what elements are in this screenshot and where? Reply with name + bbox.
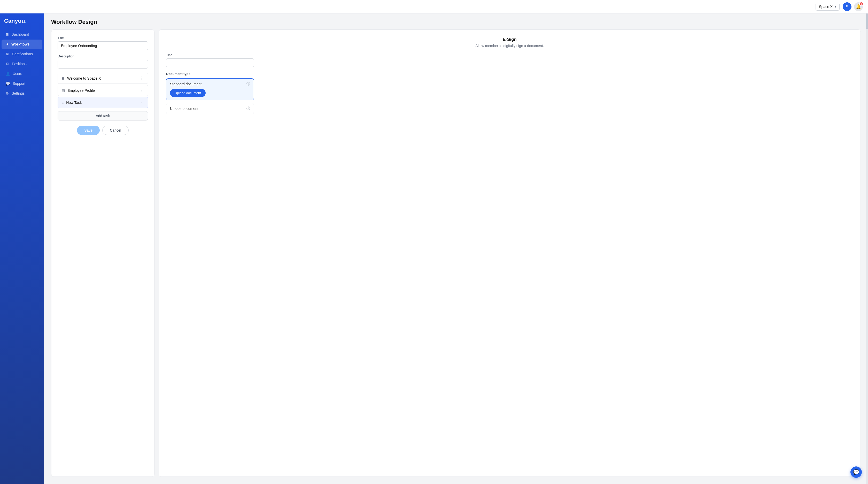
sidebar-item-label: Settings	[11, 91, 25, 95]
esign-title-input[interactable]	[166, 58, 254, 67]
notification-bell[interactable]: 🔔 9	[854, 2, 863, 11]
esign-title-label: Title	[166, 53, 853, 57]
cancel-button[interactable]: Cancel	[102, 126, 129, 135]
sidebar-item-label: Workflows	[11, 42, 30, 46]
support-icon: 💬	[6, 81, 10, 86]
description-label: Description	[58, 54, 148, 58]
chat-icon: 💬	[853, 469, 860, 475]
task-item[interactable]: ⊞ Welcome to Space X ⋮	[58, 73, 148, 84]
sidebar-item-support[interactable]: 💬 Support	[2, 79, 42, 88]
task-item[interactable]: ▤ Employee Profile ⋮	[58, 85, 148, 96]
sidebar-item-users[interactable]: 👤 Users	[2, 69, 42, 78]
description-input[interactable]	[58, 60, 148, 68]
save-button[interactable]: Save	[77, 126, 100, 135]
form-actions: Save Cancel	[58, 126, 148, 135]
header-actions: FI 🔔 9	[843, 2, 863, 11]
page-title: Workflow Design	[51, 19, 861, 25]
sidebar-item-label: Positions	[12, 62, 27, 66]
description-field-group: Description	[58, 54, 148, 68]
sidebar-item-positions[interactable]: 🖥 Positions	[2, 59, 42, 68]
users-icon: 👤	[6, 72, 10, 76]
workflow-icon: ✦	[6, 42, 9, 46]
doc-type-unique[interactable]: Unique document ⓘ	[166, 103, 254, 114]
doc-type-name: Standard document	[170, 82, 202, 86]
content-area: Title Description ⊞ Welcome to Space X ⋮	[44, 29, 868, 484]
sidebar-item-label: Support	[13, 81, 25, 86]
sidebar-item-label: Dashboard	[11, 32, 29, 36]
space-selector[interactable]: Space X ▾	[815, 3, 840, 10]
space-name: Space X	[819, 5, 833, 9]
title-label: Title	[58, 36, 148, 40]
task-label: Employee Profile	[67, 88, 95, 92]
esign-subtitle: Allow member to digitally sign a documen…	[166, 44, 853, 48]
task-item-selected[interactable]: ≡ New Task ⋮	[58, 97, 148, 108]
doc-type-name: Unique document	[170, 107, 198, 111]
top-header: Space X ▾ FI 🔔 9	[0, 0, 868, 13]
title-input[interactable]	[58, 41, 148, 50]
title-field-group: Title	[58, 36, 148, 50]
task-menu-button[interactable]: ⋮	[140, 76, 144, 81]
page-header: Workflow Design	[44, 13, 868, 29]
task-icon: ⊞	[61, 76, 65, 80]
scrollbar-thumb[interactable]	[866, 13, 868, 29]
task-icon: ≡	[61, 101, 64, 105]
esign-title: E-Sign	[166, 37, 853, 42]
task-menu-button[interactable]: ⋮	[140, 100, 144, 105]
doc-type-standard[interactable]: Standard document ⓘ Upload document	[166, 78, 254, 100]
esign-panel: E-Sign Allow member to digitally sign a …	[159, 29, 861, 477]
logo: Canyou.	[0, 18, 44, 29]
task-label: Welcome to Space X	[67, 76, 101, 80]
chat-button[interactable]: 💬	[850, 466, 862, 478]
workflow-form-panel: Title Description ⊞ Welcome to Space X ⋮	[51, 29, 154, 477]
scrollbar-track[interactable]	[866, 13, 868, 484]
task-list: ⊞ Welcome to Space X ⋮ ▤ Employee Profil…	[58, 73, 148, 108]
app-layout: Canyou. ⊞ Dashboard ✦ Workflows 🖥 Certif…	[0, 13, 868, 484]
sidebar-item-workflows[interactable]: ✦ Workflows	[2, 39, 42, 49]
cert-icon: 🖥	[6, 52, 9, 56]
chevron-down-icon: ▾	[835, 5, 836, 8]
settings-icon: ⚙	[6, 91, 9, 95]
task-icon: ▤	[61, 88, 65, 92]
notification-badge: 9	[859, 2, 863, 6]
sidebar-item-settings[interactable]: ⚙ Settings	[2, 89, 42, 98]
sidebar-item-label: Certifications	[12, 52, 33, 56]
avatar[interactable]: FI	[843, 2, 851, 11]
sidebar-item-dashboard[interactable]: ⊞ Dashboard	[2, 30, 42, 39]
info-icon: ⓘ	[246, 82, 250, 86]
task-label: New Task	[66, 101, 82, 105]
positions-icon: 🖥	[6, 62, 9, 66]
info-icon: ⓘ	[246, 106, 250, 111]
add-task-button[interactable]: Add task	[58, 111, 148, 120]
task-menu-button[interactable]: ⋮	[140, 88, 144, 93]
doc-type-label: Document type	[166, 72, 853, 76]
sidebar-item-label: Users	[13, 72, 22, 76]
upload-document-button[interactable]: Upload document	[170, 89, 206, 97]
main-content: Workflow Design Title Description ⊞	[44, 13, 868, 484]
sidebar-item-certifications[interactable]: 🖥 Certifications	[2, 49, 42, 59]
grid-icon: ⊞	[6, 32, 9, 36]
sidebar: Canyou. ⊞ Dashboard ✦ Workflows 🖥 Certif…	[0, 13, 44, 484]
